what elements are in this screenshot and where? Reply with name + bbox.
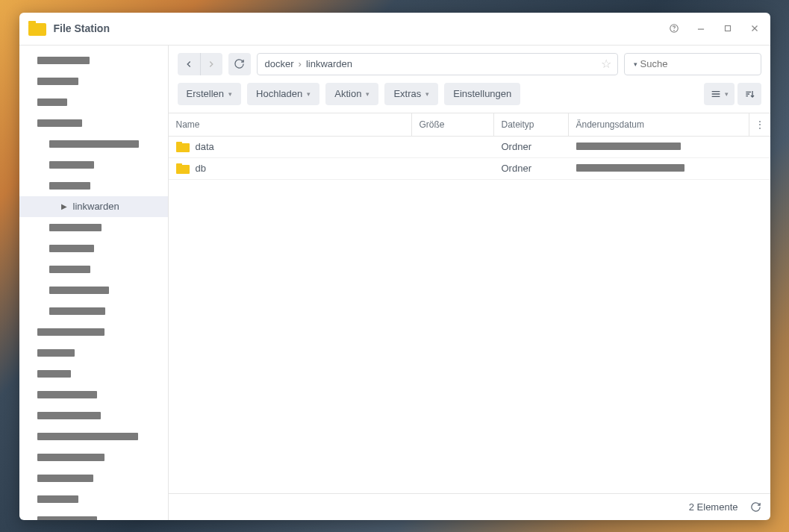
redacted-label <box>49 245 94 252</box>
favorite-star-icon[interactable]: ☆ <box>601 57 611 71</box>
redacted-label <box>37 328 105 336</box>
redacted-label <box>37 349 75 357</box>
tree-item-redacted[interactable] <box>19 71 168 92</box>
status-refresh-button[interactable] <box>750 501 761 513</box>
svg-rect-3 <box>725 26 730 31</box>
action-label: Aktion <box>334 88 361 99</box>
redacted-label <box>37 433 138 440</box>
item-count: 2 Elemente <box>689 501 738 513</box>
tree-item-redacted[interactable] <box>19 301 168 322</box>
tree-item-redacted[interactable] <box>19 92 168 113</box>
navigation-toolbar: docker › linkwarden ☆ ▾ <box>169 46 770 80</box>
tree-item-redacted[interactable] <box>19 363 168 384</box>
tree-item-redacted[interactable] <box>19 384 168 405</box>
redacted-label <box>49 307 105 315</box>
column-header-date[interactable]: Änderungsdatum <box>569 113 749 136</box>
minimize-button[interactable] <box>694 22 708 35</box>
caret-down-icon: ▾ <box>307 90 311 98</box>
view-list-button[interactable]: ▾ <box>704 83 735 105</box>
redacted-label <box>37 412 101 419</box>
tree-item-redacted[interactable] <box>19 322 168 342</box>
redacted-label <box>37 391 97 398</box>
app-folder-icon <box>28 21 46 36</box>
breadcrumb-part[interactable]: linkwarden <box>306 58 352 69</box>
search-box[interactable]: ▾ <box>624 53 761 75</box>
breadcrumb-separator: › <box>299 58 302 69</box>
tree-item-redacted[interactable] <box>19 468 168 489</box>
cell-date <box>569 141 770 152</box>
column-header-name[interactable]: Name <box>169 113 412 136</box>
tree-item-redacted[interactable] <box>19 489 168 510</box>
tree-caret-icon: ▶ <box>61 202 70 210</box>
folder-tree-sidebar[interactable]: ▶linkwarden <box>19 46 169 520</box>
redacted-label <box>37 57 90 64</box>
action-toolbar: Erstellen▾ Hochladen▾ Aktion▾ Extras▾ Ei… <box>169 80 770 113</box>
settings-button[interactable]: Einstellungen <box>444 83 520 105</box>
extras-button[interactable]: Extras▾ <box>384 83 438 105</box>
file-station-window: File Station ▶linkwarden <box>19 13 770 520</box>
tree-item-redacted[interactable] <box>19 217 168 238</box>
caret-down-icon: ▾ <box>725 90 729 98</box>
cell-type: Ordner <box>494 163 569 174</box>
redacted-label <box>49 287 109 294</box>
redacted-label <box>37 454 105 461</box>
table-row[interactable]: dataOrdner <box>169 137 770 158</box>
window-controls <box>667 22 761 35</box>
search-dropdown-caret[interactable]: ▾ <box>634 60 637 68</box>
file-list[interactable]: dataOrdnerdbOrdner <box>169 137 770 493</box>
redacted-label <box>37 119 82 127</box>
view-controls: ▾ <box>704 83 761 105</box>
tree-item-redacted[interactable] <box>19 134 168 154</box>
redacted-label <box>37 495 78 503</box>
table-row[interactable]: dbOrdner <box>169 158 770 180</box>
redacted-label <box>49 140 139 148</box>
tree-item-redacted[interactable] <box>19 280 168 301</box>
redacted-label <box>37 98 67 106</box>
tree-item-redacted[interactable] <box>19 113 168 134</box>
sort-button[interactable] <box>737 83 761 105</box>
breadcrumb-path[interactable]: docker › linkwarden ☆ <box>257 53 618 75</box>
titlebar: File Station <box>19 13 770 46</box>
tree-item-redacted[interactable] <box>19 238 168 259</box>
maximize-button[interactable] <box>721 22 735 35</box>
tree-item-linkwarden[interactable]: ▶linkwarden <box>19 196 168 217</box>
caret-down-icon: ▾ <box>366 90 369 98</box>
tree-item-redacted[interactable] <box>19 50 168 71</box>
search-input[interactable] <box>640 58 766 69</box>
tree-item-redacted[interactable] <box>19 510 168 520</box>
tree-item-redacted[interactable] <box>19 175 168 196</box>
cell-date <box>569 163 770 174</box>
help-button[interactable] <box>667 22 681 35</box>
tree-item-redacted[interactable] <box>19 154 168 175</box>
cell-name: data <box>169 141 412 152</box>
tree-item-redacted[interactable] <box>19 342 168 363</box>
caret-down-icon: ▾ <box>228 90 232 98</box>
column-menu-button[interactable]: ⋮ <box>749 113 770 136</box>
breadcrumb-part[interactable]: docker <box>265 58 294 69</box>
upload-label: Hochladen <box>256 88 302 99</box>
action-button[interactable]: Aktion▾ <box>325 83 378 105</box>
redacted-label <box>37 370 71 378</box>
column-header-size[interactable]: Größe <box>412 113 494 136</box>
close-button[interactable] <box>748 22 761 35</box>
table-header: Name Größe Dateityp Änderungsdatum ⋮ <box>169 113 770 137</box>
redacted-label <box>49 182 90 190</box>
create-button[interactable]: Erstellen▾ <box>178 83 242 105</box>
tree-item-redacted[interactable] <box>19 447 168 468</box>
redacted-label <box>37 475 93 482</box>
upload-button[interactable]: Hochladen▾ <box>247 83 319 105</box>
refresh-button[interactable] <box>228 53 251 75</box>
tree-item-redacted[interactable] <box>19 405 168 426</box>
app-title: File Station <box>54 22 667 34</box>
column-header-type[interactable]: Dateityp <box>494 113 569 136</box>
tree-item-redacted[interactable] <box>19 259 168 280</box>
back-button[interactable] <box>178 53 200 75</box>
redacted-label <box>37 516 97 520</box>
forward-button[interactable] <box>200 53 222 75</box>
redacted-date <box>576 164 684 172</box>
file-name: db <box>196 163 206 174</box>
extras-label: Extras <box>393 88 421 99</box>
svg-point-1 <box>673 31 674 31</box>
create-label: Erstellen <box>187 88 225 99</box>
tree-item-redacted[interactable] <box>19 426 168 447</box>
